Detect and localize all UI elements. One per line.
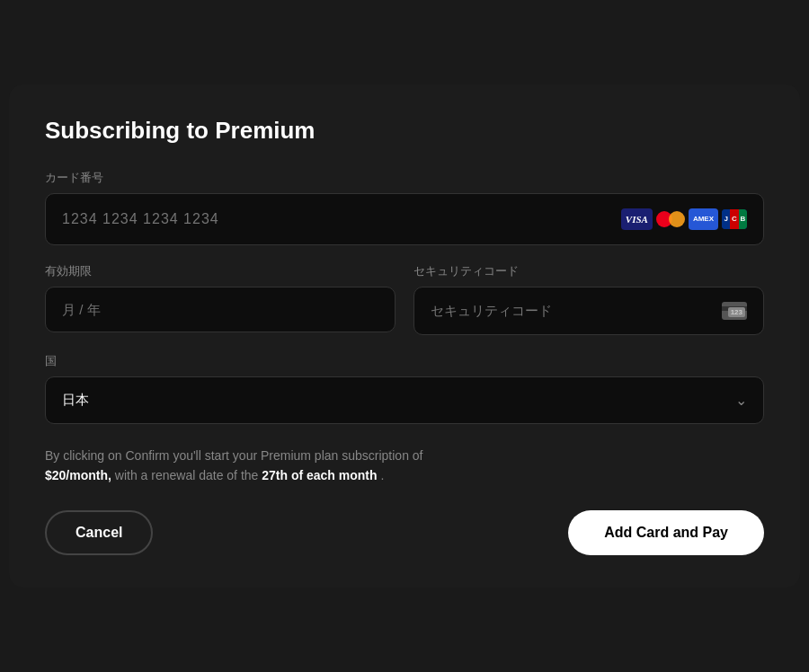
expiry-security-row: 有効期限 セキュリティコード 123 bbox=[45, 263, 764, 335]
card-number-label: カード番号 bbox=[45, 170, 764, 186]
security-field[interactable]: 123 bbox=[413, 287, 764, 335]
info-line2: with a renewal date of the bbox=[115, 468, 262, 482]
security-input[interactable] bbox=[431, 303, 722, 318]
button-row: Cancel Add Card and Pay bbox=[45, 510, 764, 555]
info-amount: $20/month, bbox=[45, 468, 111, 482]
subscription-info: By clicking on Confirm you'll start your… bbox=[45, 446, 764, 486]
jcb-icon: J C B bbox=[722, 209, 747, 229]
mastercard-icon bbox=[656, 209, 685, 229]
card-number-field[interactable]: VISA AMEX J C B bbox=[45, 193, 764, 245]
visa-icon: VISA bbox=[621, 208, 653, 230]
security-group: セキュリティコード 123 bbox=[413, 263, 764, 335]
payment-modal: Subscribing to Premium カード番号 VISA AMEX J bbox=[9, 84, 800, 588]
expiry-field[interactable] bbox=[45, 287, 396, 332]
country-label: 国 bbox=[45, 353, 764, 369]
card-brand-icons: VISA AMEX J C B bbox=[621, 208, 747, 230]
chevron-down-icon: ⌄ bbox=[735, 392, 747, 409]
expiry-group: 有効期限 bbox=[45, 263, 396, 335]
expiry-label: 有効期限 bbox=[45, 263, 396, 279]
info-period: . bbox=[380, 468, 384, 482]
cancel-button[interactable]: Cancel bbox=[45, 510, 153, 555]
card-number-group: カード番号 VISA AMEX J C B bbox=[45, 170, 764, 263]
country-group: 国 日本 ⌄ bbox=[45, 353, 764, 424]
country-select[interactable]: 日本 ⌄ bbox=[45, 376, 764, 424]
country-value: 日本 bbox=[62, 392, 89, 409]
modal-title: Subscribing to Premium bbox=[45, 117, 764, 145]
card-number-input[interactable] bbox=[62, 211, 621, 227]
add-card-pay-button[interactable]: Add Card and Pay bbox=[568, 510, 764, 555]
security-label: セキュリティコード bbox=[413, 263, 764, 279]
expiry-input[interactable] bbox=[62, 302, 378, 317]
info-date: 27th of each month bbox=[262, 468, 377, 482]
info-line1: By clicking on Confirm you'll start your… bbox=[45, 448, 423, 463]
amex-icon: AMEX bbox=[689, 208, 718, 230]
cvv-card-icon: 123 bbox=[722, 302, 747, 320]
